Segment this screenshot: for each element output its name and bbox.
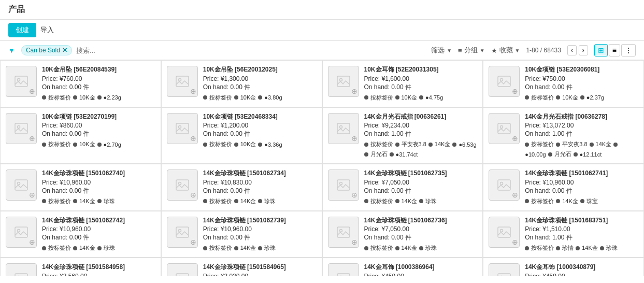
filter-tag-label: Can be Sold <box>26 47 60 54</box>
product-image: ⊕ <box>6 169 37 201</box>
add-image-icon[interactable]: ⊕ <box>351 238 357 246</box>
product-card[interactable]: ⊕14K金耳饰 [1000386964]Price: ¥459.00On han… <box>322 258 483 276</box>
import-button[interactable]: 导入 <box>40 25 54 35</box>
tag-dot <box>73 246 77 250</box>
product-card[interactable]: ⊕10K金项链 [53E20468334]Price: ¥1,200.00On … <box>161 107 322 164</box>
favorites-arrow-icon: ▼ <box>515 48 520 53</box>
product-image: ⊕ <box>167 66 198 97</box>
product-tags: 按标签价10K金●2.70g <box>42 140 155 148</box>
product-price: Price: ¥13,072.00 <box>525 122 638 129</box>
product-card[interactable]: ⊕14K金月光石戒指 [00636278]Price: ¥13,072.00On… <box>483 107 644 164</box>
product-tags: 按标签价平安夜3.814K金●6.53g月光石●31.74ct <box>364 140 478 158</box>
product-info: 14K金珍珠项链 [1501062734]Price: ¥10,830.00On… <box>203 169 317 205</box>
product-price: Price: ¥3,560.00 <box>42 273 155 276</box>
product-card[interactable]: ⊕14K金珍珠项链 [1501584958]Price: ¥3,560.00On… <box>0 258 161 276</box>
product-tags: 按标签价14K金珍珠 <box>203 197 317 205</box>
next-page-button[interactable]: › <box>579 45 588 55</box>
product-price: Price: ¥7,050.00 <box>364 225 478 233</box>
prev-page-button[interactable]: ‹ <box>567 45 577 55</box>
more-view-button[interactable]: ⋮ <box>621 44 636 56</box>
add-image-icon[interactable]: ⊕ <box>512 238 518 246</box>
product-price: Price: ¥10,960.00 <box>42 225 155 233</box>
add-image-icon[interactable]: ⊕ <box>29 191 35 199</box>
tag-label: 月光石 <box>554 150 571 158</box>
svg-rect-14 <box>498 123 510 134</box>
product-card[interactable]: ⊕14K金珍珠项链 [1501062740]Price: ¥10,960.00O… <box>0 164 161 211</box>
product-card[interactable]: ⊕10K金项链 [53E20306081]Price: ¥750.00On ha… <box>483 60 644 107</box>
tag-dot <box>234 246 238 250</box>
add-image-icon[interactable]: ⊕ <box>190 238 196 246</box>
product-card[interactable]: ⊕10K金耳饰 [52E20031305]Price: ¥1,600.00On … <box>322 60 483 107</box>
add-image-icon[interactable]: ⊕ <box>190 87 196 95</box>
product-card[interactable]: ⊕10K金吊坠 [56E20084539]Price: ¥760.00On ha… <box>0 60 161 107</box>
product-tags: 按标签价14K金珠宝 <box>525 197 638 205</box>
product-info: 10K金项链 [53E20306081]Price: ¥750.00On han… <box>525 66 638 102</box>
product-card[interactable]: ⊕14K金珍珠项链 [1501062742]Price: ¥10,960.00O… <box>0 211 161 258</box>
add-image-icon[interactable]: ⊕ <box>351 191 357 199</box>
tag-label: 珠宝 <box>586 197 598 205</box>
product-info: 14K金耳饰 [1000386964]Price: ¥459.00On hand… <box>364 263 478 276</box>
active-filter-tag[interactable]: Can be Sold ✕ <box>21 45 72 55</box>
add-image-icon[interactable]: ⊕ <box>29 87 35 95</box>
svg-point-31 <box>500 229 503 232</box>
tag-label: 按标签价 <box>531 197 554 205</box>
tag-label: 按标签价 <box>48 197 71 205</box>
tag-label: 14K金 <box>435 140 451 148</box>
add-image-icon[interactable]: ⊕ <box>512 134 518 143</box>
add-image-icon[interactable]: ⊕ <box>512 87 518 95</box>
tag-label: 珍珠 <box>104 244 115 252</box>
favorites-button[interactable]: ★ 收藏 ▼ <box>491 46 520 55</box>
product-card[interactable]: ⊕14K金耳饰 [1000340879]Price: ¥459.00On han… <box>483 258 644 276</box>
svg-point-23 <box>500 182 503 185</box>
tag-label: ●12.11ct <box>580 151 602 158</box>
add-image-icon[interactable]: ⊕ <box>190 134 196 143</box>
tag-label: 珍珠 <box>264 197 276 205</box>
tag-label: ●10.00g <box>525 151 546 158</box>
add-image-icon[interactable]: ⊕ <box>29 134 35 143</box>
tag-label: 珍珠 <box>425 197 437 205</box>
tag-label: ●4.75g <box>425 94 443 101</box>
product-name: 14K金月光石戒指 [00636278] <box>525 113 638 121</box>
product-stock: On hand: 1.00 件 <box>525 130 638 138</box>
tag-dot <box>395 143 399 147</box>
product-card[interactable]: ⊕14K金珍珠项链 [1501062735]Price: ¥7,050.00On… <box>322 164 483 211</box>
svg-rect-22 <box>498 180 510 190</box>
create-button[interactable]: 创建 <box>8 23 36 37</box>
add-image-icon[interactable]: ⊕ <box>190 191 196 199</box>
product-name: 14K金珍珠项链 [1501062739] <box>203 217 317 225</box>
add-image-icon[interactable]: ⊕ <box>351 87 357 95</box>
product-card[interactable]: ⊕14K金珍珠项链 [1501062739]Price: ¥10,960.00O… <box>161 211 322 258</box>
filter-button[interactable]: 筛选 ▼ <box>431 46 452 55</box>
product-price: Price: ¥860.00 <box>42 122 155 129</box>
top-bar: 产品 <box>0 0 644 20</box>
group-button[interactable]: ≡ 分组 ▼ <box>458 46 485 55</box>
product-card[interactable]: ⊕14K金珍珠项链 [1501062736]Price: ¥7,050.00On… <box>322 211 483 258</box>
favorites-star-icon: ★ <box>491 47 497 54</box>
product-card[interactable]: ⊕14K金月光石戒指 [00636261]Price: ¥9,234.00On … <box>322 107 483 164</box>
filter-remove-icon[interactable]: ✕ <box>62 47 67 54</box>
add-image-icon[interactable]: ⊕ <box>512 191 518 199</box>
product-info: 14K金珍珠项链 [1501062741]Price: ¥10,960.00On… <box>525 169 638 205</box>
product-price: Price: ¥750.00 <box>525 75 638 82</box>
product-card[interactable]: ⊕14K金珍珠项链 [1501062734]Price: ¥10,830.00O… <box>161 164 322 211</box>
product-card[interactable]: ⊕10K金项链 [53E20270199]Price: ¥860.00On ha… <box>0 107 161 164</box>
tag-label: 按标签价 <box>370 244 393 252</box>
product-stock: On hand: 0.00 件 <box>42 187 155 195</box>
tag-dot <box>258 95 262 100</box>
list-view-button[interactable]: ≡ <box>609 44 620 56</box>
search-input[interactable] <box>76 47 138 54</box>
filter-btn-label: 筛选 <box>431 46 445 55</box>
add-image-icon[interactable]: ⊕ <box>351 134 357 143</box>
product-name: 10K金耳饰 [52E20031305] <box>364 66 478 74</box>
tag-label: 14K金 <box>79 197 95 205</box>
add-image-icon[interactable]: ⊕ <box>29 238 35 246</box>
svg-point-11 <box>178 125 181 128</box>
svg-point-9 <box>18 125 20 128</box>
product-card[interactable]: ⊕14K金珍珠项链 [1501584965]Price: ¥3,030.00On… <box>161 258 322 276</box>
product-card[interactable]: ⊕14K金珍珠项链 [1501683751]Price: ¥1,510.00On… <box>483 211 644 258</box>
grid-view-button[interactable]: ⊞ <box>594 44 608 56</box>
product-card[interactable]: ⊕14K金珍珠项链 [1501062741]Price: ¥10,960.00O… <box>483 164 644 211</box>
product-card[interactable]: ⊕10K金吊坠 [56E20012025]Price: ¥1,300.00On … <box>161 60 322 107</box>
product-stock: On hand: 0.00 件 <box>42 83 155 92</box>
filter-icon: ▼ <box>8 47 15 54</box>
